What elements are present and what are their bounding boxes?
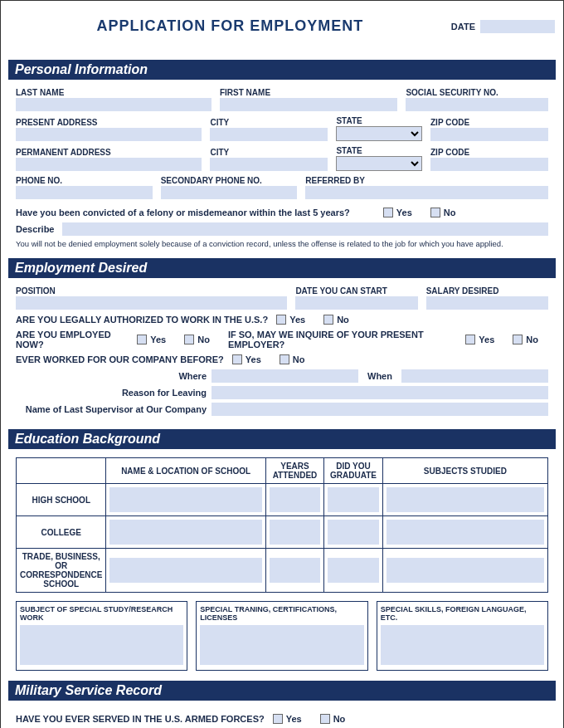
permanent-address-input[interactable] [16,158,202,171]
felony-question: Have you been convicted of a felony or m… [16,208,350,217]
trade-school-input[interactable] [109,558,261,583]
permanent-address-label: PERMANENT ADDRESS [16,148,202,157]
edu-col-subjects: SUBJECTS STUDIED [382,458,547,484]
edu-row-highschool: HIGH SCHOOL [17,484,106,516]
permanent-state-label: STATE [336,146,422,155]
last-name-input[interactable] [16,98,212,111]
date-label: DATE [451,22,475,32]
reason-label: Reason for Leaving [16,388,207,398]
referred-label: REFERRED BY [305,176,548,185]
special-study-box: SUBJECT OF SPECIAL STUDY/RESEARCH WORK [16,601,187,671]
permanent-zip-input[interactable] [430,158,548,171]
trade-years-input[interactable] [270,558,321,583]
special-training-label: SPECIAL TRANING, CERTIFICATIONS, LICENSE… [200,605,363,622]
section-header-personal: Personal Information [8,60,556,80]
conviction-disclaimer: You will not be denied employment solely… [16,239,548,248]
phone2-input[interactable] [161,186,298,199]
prior-yes-checkbox[interactable]: Yes [232,354,261,364]
present-city-input[interactable] [210,128,328,141]
hs-years-input[interactable] [270,487,321,512]
table-row: HIGH SCHOOL [17,484,548,516]
first-name-label: FIRST NAME [220,88,397,97]
employment-application-form: APPLICATION FOR EMPLOYMENT DATE Personal… [0,0,564,728]
trade-subjects-input[interactable] [387,558,544,583]
present-address-input[interactable] [16,128,202,141]
section-header-education: Education Background [8,429,556,449]
felony-yes-checkbox[interactable]: Yes [383,208,412,217]
first-name-input[interactable] [220,98,397,111]
inquire-yes-checkbox[interactable]: Yes [465,335,494,344]
present-address-label: PRESENT ADDRESS [16,118,202,127]
present-city-label: CITY [210,118,328,127]
edu-col-school: NAME & LOCATION OF SCHOOL [106,458,265,484]
hs-subjects-input[interactable] [387,487,544,512]
supervisor-label: Name of Last Supervisor at Our Company [16,404,207,414]
hs-school-input[interactable] [109,487,261,512]
inquire-question: IF SO, MAY WE INQUIRE OF YOUR PRESENT EM… [228,330,457,349]
college-subjects-input[interactable] [387,520,544,545]
table-row: TRADE, BUSINESS, OR CORRESPONDENCE SCHOO… [17,549,548,593]
where-input[interactable] [212,369,358,383]
special-study-label: SUBJECT OF SPECIAL STUDY/RESEARCH WORK [20,605,183,622]
describe-label: Describe [16,224,57,234]
trade-grad-input[interactable] [328,558,379,583]
present-zip-input[interactable] [430,128,548,141]
edu-col-graduate: DID YOU GRADUATE [324,458,383,484]
authorized-no-checkbox[interactable]: No [323,315,349,325]
present-state-select[interactable] [336,126,422,141]
authorized-yes-checkbox[interactable]: Yes [276,315,305,325]
section-header-military: Military Service Record [8,681,556,701]
phone2-label: SECONDARY PHONE NO. [161,176,298,185]
last-name-label: LAST NAME [16,88,212,97]
when-input[interactable] [401,369,548,383]
present-zip-label: ZIP CODE [430,118,548,127]
special-skills-input[interactable] [381,625,544,665]
served-yes-checkbox[interactable]: Yes [273,714,302,724]
permanent-state-select[interactable] [336,156,422,171]
prior-question: EVER WORKED FOR OUR COMPANY BEFORE? [16,354,224,364]
describe-input[interactable] [62,222,548,236]
inquire-no-checkbox[interactable]: No [513,335,538,344]
authorized-question: ARE YOU LEGALLY AUTHORIZED TO WORK IN TH… [16,315,268,325]
employed-no-checkbox[interactable]: No [184,335,210,344]
date-input[interactable] [480,20,555,33]
special-training-input[interactable] [200,625,363,665]
edu-col-blank [17,458,106,484]
college-years-input[interactable] [270,520,321,545]
reason-input[interactable] [212,386,548,399]
ssn-label: SOCIAL SECURITY NO. [406,88,548,97]
college-school-input[interactable] [109,520,261,545]
position-input[interactable] [16,296,287,310]
special-study-input[interactable] [20,625,183,665]
start-date-label: DATE YOU CAN START [295,286,417,296]
form-header: APPLICATION FOR EMPLOYMENT DATE [9,17,555,35]
college-grad-input[interactable] [328,520,379,545]
permanent-city-input[interactable] [210,158,328,171]
when-label: When [363,371,396,381]
phone-label: PHONE NO. [16,176,153,185]
supervisor-input[interactable] [212,403,548,416]
start-date-input[interactable] [295,296,417,310]
special-boxes-row: SUBJECT OF SPECIAL STUDY/RESEARCH WORK S… [16,601,548,671]
employed-question: ARE YOU EMPLOYED NOW? [16,330,129,349]
served-no-checkbox[interactable]: No [320,714,346,724]
felony-no-checkbox[interactable]: No [430,208,456,217]
date-field-group: DATE [451,20,555,33]
served-question: HAVE YOU EVER SERVED IN THE U.S. ARMED F… [16,714,265,724]
hs-grad-input[interactable] [328,487,379,512]
phone-input[interactable] [16,186,153,199]
edu-row-trade: TRADE, BUSINESS, OR CORRESPONDENCE SCHOO… [17,549,106,593]
employed-yes-checkbox[interactable]: Yes [137,335,166,344]
permanent-city-label: CITY [210,148,328,157]
permanent-zip-label: ZIP CODE [430,148,548,157]
salary-input[interactable] [426,296,548,310]
position-label: POSITION [16,286,287,296]
table-header-row: NAME & LOCATION OF SCHOOL YEARS ATTENDED… [17,458,548,484]
section-body-employment: POSITION DATE YOU CAN START SALARY DESIR… [9,278,555,429]
prior-no-checkbox[interactable]: No [280,354,305,364]
referred-input[interactable] [305,186,548,199]
ssn-input[interactable] [406,98,548,111]
form-title: APPLICATION FOR EMPLOYMENT [9,17,451,35]
edu-row-college: COLLEGE [17,516,106,549]
section-body-military: HAVE YOU EVER SERVED IN THE U.S. ARMED F… [9,701,555,728]
